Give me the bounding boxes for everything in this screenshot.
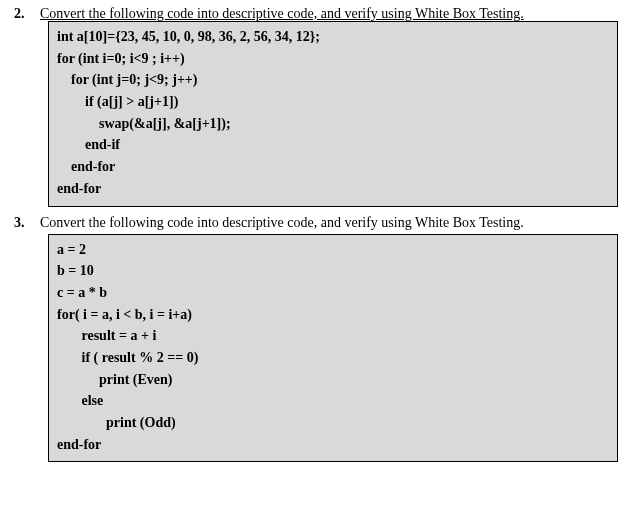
code-line: end-for bbox=[57, 178, 609, 200]
question-3-prompt: Convert the following code into descript… bbox=[40, 215, 524, 230]
question-2-number: 2. bbox=[14, 6, 40, 22]
question-3-header: 3. Convert the following code into descr… bbox=[14, 215, 626, 231]
question-3-body: Convert the following code into descript… bbox=[40, 215, 626, 231]
code-line: end-for bbox=[57, 434, 609, 456]
question-3-code-block: a = 2 b = 10 c = a * b for( i = a, i < b… bbox=[48, 234, 618, 463]
code-line: a = 2 bbox=[57, 239, 609, 261]
question-2: 2. Convert the following code into descr… bbox=[14, 6, 626, 207]
code-line: print (Even) bbox=[57, 369, 609, 391]
code-line: for (int i=0; i<9 ; i++) bbox=[57, 48, 609, 70]
code-line: end-for bbox=[57, 156, 609, 178]
code-line: int a[10]={23, 45, 10, 0, 98, 36, 2, 56,… bbox=[57, 26, 609, 48]
code-line: result = a + i bbox=[57, 325, 609, 347]
code-line: c = a * b bbox=[57, 282, 609, 304]
code-line: if ( result % 2 == 0) bbox=[57, 347, 609, 369]
question-2-code-block: int a[10]={23, 45, 10, 0, 98, 36, 2, 56,… bbox=[48, 21, 618, 207]
question-3: 3. Convert the following code into descr… bbox=[14, 215, 626, 463]
code-line: for( i = a, i < b, i = i+a) bbox=[57, 304, 609, 326]
code-line: for (int j=0; j<9; j++) bbox=[57, 69, 609, 91]
code-line: swap(&a[j], &a[j+1]); bbox=[57, 113, 609, 135]
question-2-body: Convert the following code into descript… bbox=[40, 6, 626, 22]
code-line: end-if bbox=[57, 134, 609, 156]
code-line: else bbox=[57, 390, 609, 412]
code-line: b = 10 bbox=[57, 260, 609, 282]
question-3-number: 3. bbox=[14, 215, 40, 231]
code-line: if (a[j] > a[j+1]) bbox=[57, 91, 609, 113]
question-2-prompt: Convert the following code into descript… bbox=[40, 6, 524, 21]
code-line: print (Odd) bbox=[57, 412, 609, 434]
question-2-header: 2. Convert the following code into descr… bbox=[14, 6, 626, 22]
